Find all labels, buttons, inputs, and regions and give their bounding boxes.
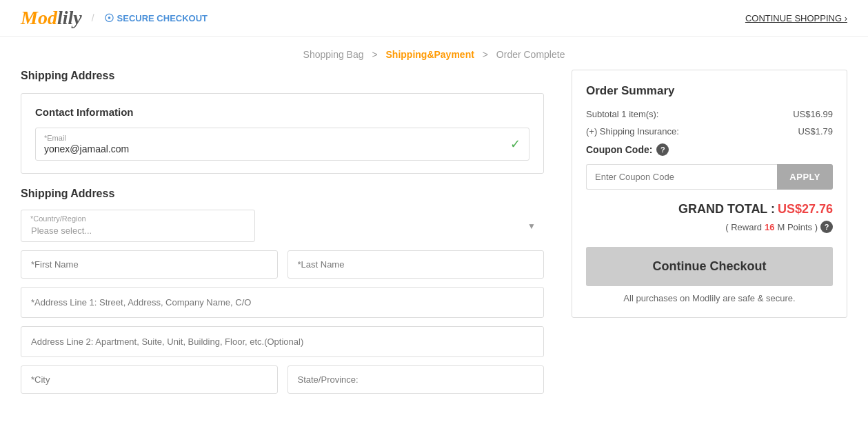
email-field-wrapper: *Email yonex@jamaal.com ✓ [35, 128, 529, 161]
breadcrumb-shipping-payment[interactable]: Shipping&Payment [386, 49, 474, 60]
right-column: Order Summary Subtotal 1 item(s): US$16.… [572, 70, 847, 402]
logo-area: Modlily / ☉ SECURE CHECKOUT [21, 7, 208, 29]
breadcrumb-sep1: > [372, 49, 377, 60]
grand-total-row: GRAND TOTAL : US$27.76 [586, 202, 833, 217]
coupon-label: Coupon Code: [586, 144, 652, 155]
contact-info-title: Contact Information [35, 106, 529, 118]
order-summary-title: Order Summary [586, 84, 833, 98]
header: Modlily / ☉ SECURE CHECKOUT CONTINUE SHO… [0, 0, 868, 37]
reward-suffix: M Points ) [777, 222, 818, 232]
apply-button[interactable]: APPLY [777, 164, 833, 190]
reward-points: 16 [765, 222, 774, 232]
subtotal-label: Subtotal 1 item(s): [586, 109, 659, 119]
shipping-label: (+) Shipping Insurance: [586, 126, 679, 137]
subtotal-row: Subtotal 1 item(s): US$16.99 [586, 109, 833, 119]
main-content: Shipping Address Contact Information *Em… [0, 70, 868, 422]
state-input[interactable] [287, 365, 545, 394]
grand-total-value: US$27.76 [778, 202, 833, 216]
check-icon: ✓ [510, 137, 521, 152]
address-line1-input[interactable] [21, 287, 544, 318]
email-label: *Email [44, 134, 501, 142]
coupon-help-icon[interactable]: ? [656, 143, 669, 156]
name-row [21, 250, 544, 279]
reward-row: ( Reward 16 M Points ) ? [586, 221, 833, 233]
first-name-input[interactable] [21, 250, 278, 279]
grand-total-label: GRAND TOTAL : [678, 202, 775, 216]
breadcrumb-order-complete[interactable]: Order Complete [496, 49, 565, 60]
country-select-wrapper: *Country/Region Please select... ▼ [21, 210, 544, 242]
country-select[interactable]: Please select... [21, 210, 255, 242]
country-dropdown-icon: ▼ [527, 221, 536, 231]
shield-icon: ☉ [104, 12, 114, 25]
breadcrumb-sep2: > [483, 49, 488, 60]
logo-divider: / [92, 12, 94, 23]
address-line2-input[interactable] [21, 326, 544, 357]
continue-shopping-link[interactable]: CONTINUE SHOPPING › [745, 13, 847, 23]
logo: Modlily [21, 7, 82, 29]
coupon-input-row: APPLY [586, 164, 833, 190]
contact-info-box: Contact Information *Email yonex@jamaal.… [21, 93, 544, 174]
breadcrumb-shopping-bag[interactable]: Shopping Bag [303, 49, 364, 60]
order-summary-box: Order Summary Subtotal 1 item(s): US$16.… [572, 70, 847, 318]
coupon-input[interactable] [586, 164, 777, 190]
last-name-input[interactable] [287, 250, 545, 279]
city-state-row [21, 365, 544, 394]
secure-badge: ☉ SECURE CHECKOUT [104, 12, 208, 25]
reward-help-icon[interactable]: ? [820, 221, 833, 233]
logo-lily: lily [57, 7, 82, 28]
city-input[interactable] [21, 365, 278, 394]
secure-checkout-label: SECURE CHECKOUT [117, 13, 208, 23]
continue-checkout-button[interactable]: Continue Checkout [586, 247, 833, 286]
secure-text: All purchases on Modlily are safe & secu… [586, 293, 833, 303]
logo-mod: Mod [21, 7, 57, 28]
breadcrumb: Shopping Bag > Shipping&Payment > Order … [0, 37, 868, 70]
left-column: Shipping Address Contact Information *Em… [21, 70, 544, 402]
subtotal-value: US$16.99 [793, 109, 833, 119]
reward-prefix: ( Reward [725, 222, 762, 232]
shipping-form-title: Shipping Address [21, 188, 544, 200]
shipping-value: US$1.79 [798, 126, 833, 137]
shipping-row: (+) Shipping Insurance: US$1.79 [586, 126, 833, 137]
coupon-label-row: Coupon Code: ? [586, 143, 833, 156]
shipping-address-title: Shipping Address [21, 70, 544, 82]
email-value: yonex@jamaal.com [44, 143, 129, 154]
